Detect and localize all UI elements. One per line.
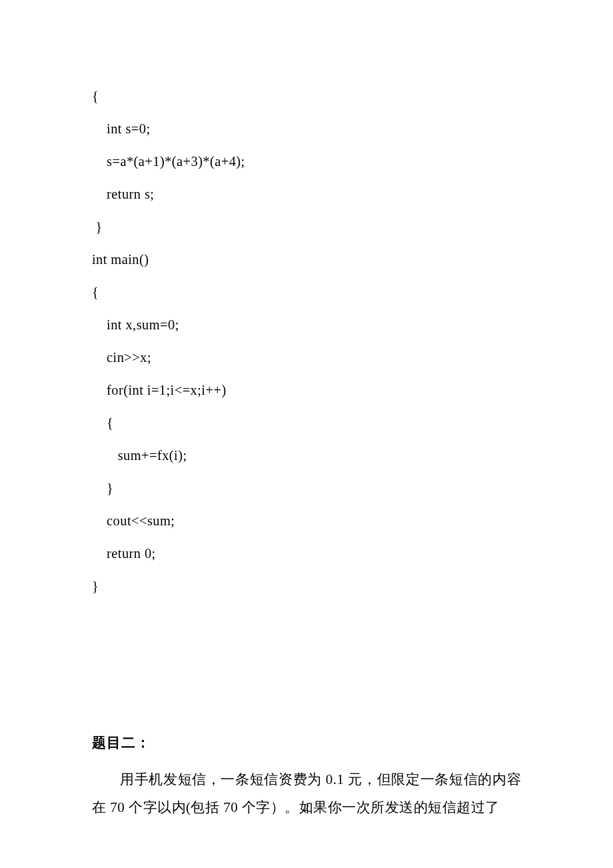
code-block: { int s=0; s=a*(a+1)*(a+3)*(a+4); return…	[92, 80, 521, 603]
page-number: 2	[0, 802, 613, 813]
section-heading: 题目二：	[92, 733, 521, 752]
document-page: { int s=0; s=a*(a+1)*(a+3)*(a+4); return…	[0, 0, 613, 868]
